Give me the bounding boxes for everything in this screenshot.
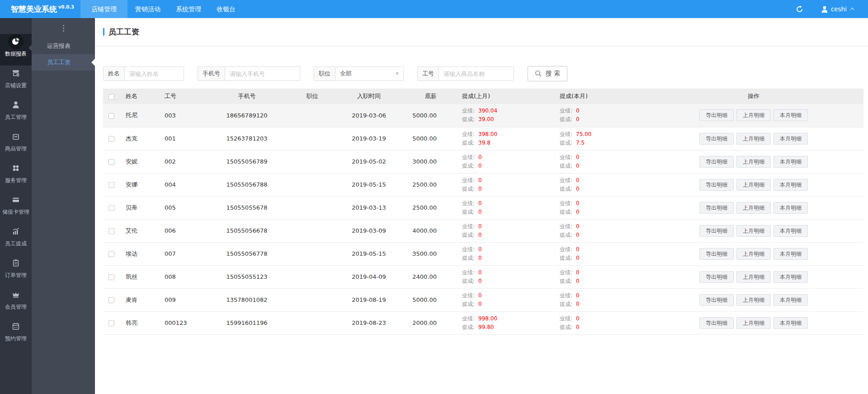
sidebar-item-label: 店铺设置 — [5, 82, 27, 89]
join-date: 2019-05-15 — [333, 173, 405, 196]
top-nav-tab[interactable]: 系统管理 — [168, 0, 209, 18]
sidebar-item[interactable]: 服务管理 — [0, 160, 32, 192]
row-checkbox-cell — [103, 104, 119, 127]
perf-value: 0 — [576, 222, 580, 231]
last-month-detail-button[interactable]: 上月明细 — [736, 294, 771, 306]
column-header: 工号 — [158, 89, 202, 104]
employee-phone: 15055056778 — [202, 242, 292, 265]
commission-cell: 业绩:0提成:0 — [448, 219, 546, 242]
comm-label: 提成: — [560, 208, 572, 216]
export-detail-button[interactable]: 导出明细 — [699, 202, 734, 214]
perf-value: 0 — [576, 199, 580, 208]
this-month-detail-button[interactable]: 本月明细 — [774, 317, 808, 329]
export-detail-button[interactable]: 导出明细 — [699, 133, 734, 145]
this-month-detail-button[interactable]: 本月明细 — [774, 156, 808, 168]
row-checkbox-cell — [103, 265, 119, 288]
submenu-item[interactable]: 运营报表 — [32, 38, 95, 54]
sidebar-item[interactable]: 订单管理 — [0, 255, 32, 287]
export-detail-button[interactable]: 导出明细 — [699, 248, 734, 260]
this-month-detail-button[interactable]: 本月明细 — [774, 271, 808, 283]
column-header: 提成(上月) — [448, 89, 546, 104]
sidebar-item[interactable]: 预约管理 — [0, 319, 32, 350]
top-nav-tab[interactable]: 店铺管理 — [80, 0, 127, 18]
export-detail-button[interactable]: 导出明细 — [699, 179, 734, 191]
select-all-checkbox[interactable] — [108, 94, 114, 100]
this-month-detail-button[interactable]: 本月明细 — [774, 225, 808, 237]
employee-phone: 15055055123 — [202, 265, 292, 288]
sidebar-item[interactable]: 储值卡管理 — [0, 192, 32, 224]
export-detail-button[interactable]: 导出明细 — [699, 109, 734, 121]
column-header: 底薪 — [405, 89, 448, 104]
last-month-detail-button[interactable]: 上月明细 — [736, 202, 771, 214]
employee-no: 009 — [158, 288, 202, 311]
position-select[interactable]: 全部 ▼ — [335, 67, 403, 80]
row-checkbox[interactable] — [108, 320, 114, 326]
row-checkbox[interactable] — [108, 182, 114, 188]
this-month-detail-button[interactable]: 本月明细 — [774, 294, 808, 306]
last-month-detail-button[interactable]: 上月明细 — [736, 133, 771, 145]
search-button[interactable]: 搜 索 — [528, 66, 567, 81]
employee-no: 002 — [158, 150, 202, 173]
row-checkbox[interactable] — [108, 228, 114, 234]
row-checkbox[interactable] — [108, 205, 114, 211]
row-actions: 导出明细上月明细本月明细 — [644, 127, 863, 150]
this-month-detail-button[interactable]: 本月明细 — [774, 133, 808, 145]
submenu-item[interactable]: 员工工资 — [32, 54, 95, 70]
last-month-detail-button[interactable]: 上月明细 — [736, 109, 771, 121]
name-input[interactable] — [125, 67, 184, 80]
last-month-detail-button[interactable]: 上月明细 — [736, 271, 771, 283]
export-detail-button[interactable]: 导出明细 — [699, 225, 734, 237]
sidebar-item[interactable]: 商品管理 — [0, 129, 32, 160]
sidebar-item[interactable]: 数据报表 — [0, 34, 32, 66]
this-month-detail-button[interactable]: 本月明细 — [774, 179, 808, 191]
table-row: 安娜004150550567882019-05-152500.00业绩:0提成:… — [103, 173, 863, 196]
comm-value: 0 — [576, 208, 580, 216]
user-menu[interactable]: ceshi — [821, 5, 854, 13]
export-detail-button[interactable]: 导出明细 — [699, 294, 734, 306]
export-detail-button[interactable]: 导出明细 — [699, 271, 734, 283]
last-month-detail-button[interactable]: 上月明细 — [736, 156, 771, 168]
comm-label: 提成: — [560, 254, 572, 263]
empno-input[interactable] — [439, 67, 514, 80]
comm-value: 0 — [478, 162, 482, 170]
employee-no: 008 — [158, 265, 202, 288]
row-checkbox[interactable] — [108, 251, 114, 257]
this-month-detail-button[interactable]: 本月明细 — [774, 109, 808, 121]
row-checkbox-cell — [103, 150, 119, 173]
table-row: 杰克001152637812032019-03-195000.00业绩:398.… — [103, 127, 863, 150]
row-checkbox[interactable] — [108, 136, 114, 142]
sidebar-item[interactable]: 员工管理 — [0, 97, 32, 129]
perf-value: 0 — [576, 153, 580, 162]
perf-label: 业绩: — [462, 176, 475, 185]
row-checkbox[interactable] — [108, 113, 114, 119]
sidebar-item-label: 员工提成 — [5, 240, 27, 248]
goods-bag-icon — [8, 129, 24, 144]
export-detail-button[interactable]: 导出明细 — [699, 156, 734, 168]
comm-value: 0 — [576, 185, 580, 193]
employee-phone: 13578001082 — [202, 288, 292, 311]
refresh-icon[interactable] — [796, 5, 803, 13]
last-month-detail-button[interactable]: 上月明细 — [736, 317, 771, 329]
sidebar-item[interactable]: 会员管理 — [0, 287, 32, 319]
this-month-detail-button[interactable]: 本月明细 — [774, 202, 808, 214]
sidebar-item[interactable]: 员工提成 — [0, 224, 32, 255]
row-checkbox[interactable] — [108, 274, 114, 280]
commission-cell: 业绩:0提成:0 — [546, 242, 644, 265]
base-salary: 2000.00 — [405, 311, 448, 334]
menu-collapse-dots-icon[interactable] — [32, 18, 95, 38]
top-nav-tab[interactable]: 营销活动 — [127, 0, 168, 18]
this-month-detail-button[interactable]: 本月明细 — [774, 248, 808, 260]
phone-input[interactable] — [225, 67, 300, 80]
sidebar-item[interactable]: 店铺设置 — [0, 66, 32, 97]
comm-label: 提成: — [462, 115, 475, 124]
row-checkbox[interactable] — [108, 297, 114, 303]
last-month-detail-button[interactable]: 上月明细 — [736, 179, 771, 191]
last-month-detail-button[interactable]: 上月明细 — [736, 248, 771, 260]
row-checkbox[interactable] — [108, 159, 114, 165]
top-nav-tab[interactable]: 收银台 — [209, 0, 243, 18]
commission-chart-icon — [8, 224, 24, 239]
export-detail-button[interactable]: 导出明细 — [699, 317, 734, 329]
last-month-detail-button[interactable]: 上月明细 — [736, 225, 771, 237]
join-date: 2019-04-09 — [333, 265, 405, 288]
column-header: 手机号 — [202, 89, 292, 104]
